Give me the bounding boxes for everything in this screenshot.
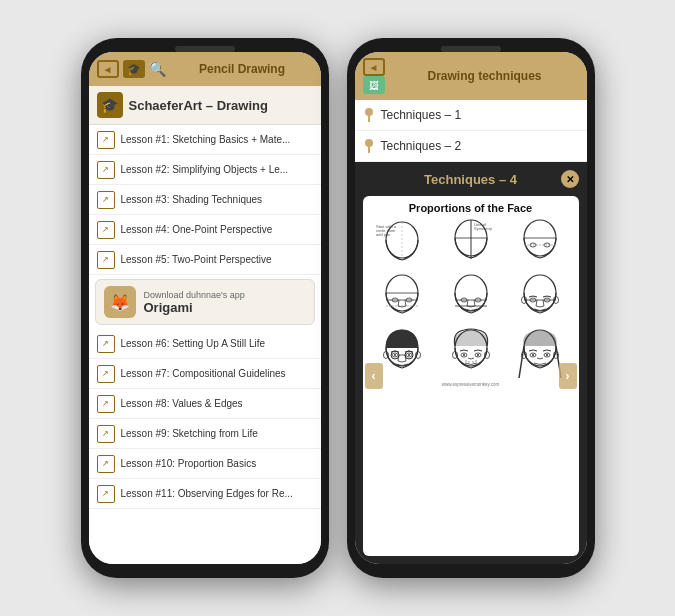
svg-point-35	[394, 354, 396, 356]
left-header-title: Pencil Drawing	[172, 62, 313, 76]
modal-close-button[interactable]: ✕	[561, 170, 579, 188]
lesson-item[interactable]: ↗ Lesson #5: Two-Point Perspective	[89, 245, 321, 275]
right-nav-icons: ◄ 🖼	[363, 58, 385, 94]
app-title-row: 🎓 SchaeferArt – Drawing	[89, 86, 321, 125]
pin-icon	[365, 139, 373, 153]
left-header: ◄ 🎓 🔍 Pencil Drawing	[89, 52, 321, 86]
svg-point-49	[465, 360, 467, 362]
svg-point-51	[472, 361, 474, 363]
techniques-list: Techniques – 1 Techniques – 2	[355, 100, 587, 162]
lesson-arrow-icon: ↗	[97, 455, 115, 473]
ad-big-text: Origami	[144, 300, 306, 315]
lesson-item[interactable]: ↗ Lesson #4: One-Point Perspective	[89, 215, 321, 245]
modal-content: Proportions of the Face Start with a cir…	[363, 196, 579, 556]
lesson-arrow-icon: ↗	[97, 485, 115, 503]
lesson-arrow-icon: ↗	[97, 395, 115, 413]
lesson-item[interactable]: ↗ Lesson #11: Observing Edges for Re...	[89, 479, 321, 509]
lesson-arrow-icon: ↗	[97, 335, 115, 353]
face-sketch-svg	[373, 273, 431, 325]
lesson-label: Lesson #1: Sketching Basics + Mate...	[121, 134, 291, 146]
lesson-label: Lesson #8: Values & Edges	[121, 398, 243, 410]
lesson-label: Lesson #3: Shading Techniques	[121, 194, 263, 206]
lesson-label: Lesson #9: Sketching from Life	[121, 428, 258, 440]
lesson-arrow-icon: ↗	[97, 191, 115, 209]
lesson-label: Lesson #4: One-Point Perspective	[121, 224, 273, 236]
face-cell: Line of Symmetry	[438, 218, 504, 270]
right-phone-screen: ◄ 🖼 Drawing techniques Techniques – 1	[355, 52, 587, 564]
left-phone: ◄ 🎓 🔍 Pencil Drawing 🎓 SchaeferArt – Dra…	[81, 38, 329, 578]
lesson-item[interactable]: ↗ Lesson #2: Simplifying Objects + Le...	[89, 155, 321, 185]
lesson-item[interactable]: ↗ Lesson #1: Sketching Basics + Mate...	[89, 125, 321, 155]
watermark: www.expressivemonkey.com	[369, 382, 573, 387]
back-arrow-icon[interactable]: ◄	[97, 60, 119, 78]
technique-item[interactable]: Techniques – 1	[355, 100, 587, 131]
face-cell	[507, 273, 573, 325]
lesson-label: Lesson #7: Compositional Guidelines	[121, 368, 286, 380]
lesson-arrow-icon: ↗	[97, 425, 115, 443]
right-header-title: Drawing techniques	[391, 69, 579, 83]
face-sketch-svg: Start with a circle, then add jaw.	[373, 218, 431, 270]
ad-icon: 🦊	[104, 286, 136, 318]
lesson-label: Lesson #6: Setting Up A Still Life	[121, 338, 266, 350]
face-grid: Start with a circle, then add jaw.	[369, 218, 573, 380]
app-title-text: SchaeferArt – Drawing	[129, 98, 268, 113]
lesson-item[interactable]: ↗ Lesson #6: Setting Up A Still Life	[89, 329, 321, 359]
lesson-item[interactable]: ↗ Lesson #8: Values & Edges	[89, 389, 321, 419]
lesson-label: Lesson #2: Simplifying Objects + Le...	[121, 164, 289, 176]
technique-label: Techniques – 1	[381, 108, 462, 122]
svg-text:Symmetry: Symmetry	[474, 226, 492, 231]
scene: ◄ 🎓 🔍 Pencil Drawing 🎓 SchaeferArt – Dra…	[81, 38, 595, 578]
modal-overlay: Techniques – 4 ✕ Proportions of the Face…	[355, 162, 587, 564]
lesson-arrow-icon: ↗	[97, 221, 115, 239]
right-back-arrow-icon[interactable]: ◄	[363, 58, 385, 76]
svg-point-50	[468, 361, 470, 363]
lesson-item[interactable]: ↗ Lesson #7: Compositional Guidelines	[89, 359, 321, 389]
lesson-arrow-icon: ↗	[97, 251, 115, 269]
face-sketch-svg	[511, 273, 569, 325]
modal-header: Techniques – 4 ✕	[363, 170, 579, 188]
right-phone: ◄ 🖼 Drawing techniques Techniques – 1	[347, 38, 595, 578]
lesson-label: Lesson #10: Proportion Basics	[121, 458, 257, 470]
svg-point-57	[546, 354, 548, 356]
svg-point-36	[408, 354, 410, 356]
face-sketch-svg	[442, 328, 500, 380]
lesson-item[interactable]: ↗ Lesson #3: Shading Techniques	[89, 185, 321, 215]
technique-label: Techniques – 2	[381, 139, 462, 153]
face-cell: Start with a circle, then add jaw.	[369, 218, 435, 270]
svg-point-52	[475, 360, 477, 362]
search-icon[interactable]: 🔍	[149, 61, 166, 77]
ad-text-block: Download duhnnae's app Origami	[144, 290, 306, 315]
book-icon[interactable]: 🎓	[123, 60, 145, 78]
lesson-item[interactable]: ↗ Lesson #9: Sketching from Life	[89, 419, 321, 449]
app-logo-icon: 🎓	[97, 92, 123, 118]
nav-icons: ◄ 🎓 🔍	[97, 60, 166, 78]
pin-icon	[365, 108, 373, 122]
lesson-label: Lesson #11: Observing Edges for Re...	[121, 488, 293, 500]
modal-prev-button[interactable]: ‹	[365, 363, 383, 389]
lesson-arrow-icon: ↗	[97, 365, 115, 383]
lesson-arrow-icon: ↗	[97, 161, 115, 179]
ad-small-text: Download duhnnae's app	[144, 290, 306, 300]
lesson-list: ↗ Lesson #1: Sketching Basics + Mate... …	[89, 125, 321, 564]
svg-point-45	[463, 354, 465, 356]
face-cell	[438, 328, 504, 380]
modal-next-button[interactable]: ›	[559, 363, 577, 389]
right-photo-icon[interactable]: 🖼	[363, 76, 385, 94]
face-cell	[507, 218, 573, 270]
face-sketch-svg	[442, 273, 500, 325]
face-proportions-heading: Proportions of the Face	[369, 202, 573, 214]
modal-title: Techniques – 4	[381, 172, 561, 187]
lesson-item[interactable]: ↗ Lesson #10: Proportion Basics	[89, 449, 321, 479]
lesson-label: Lesson #5: Two-Point Perspective	[121, 254, 272, 266]
svg-point-56	[532, 354, 534, 356]
face-cell	[369, 273, 435, 325]
face-sketch-svg: Line of Symmetry	[442, 218, 500, 270]
right-header: ◄ 🖼 Drawing techniques	[355, 52, 587, 100]
technique-item[interactable]: Techniques – 2	[355, 131, 587, 162]
face-cell	[438, 273, 504, 325]
ad-banner[interactable]: 🦊 Download duhnnae's app Origami	[95, 279, 315, 325]
svg-point-46	[477, 354, 479, 356]
svg-text:add jaw.: add jaw.	[376, 232, 391, 237]
left-phone-screen: ◄ 🎓 🔍 Pencil Drawing 🎓 SchaeferArt – Dra…	[89, 52, 321, 564]
face-sketch-svg	[511, 218, 569, 270]
